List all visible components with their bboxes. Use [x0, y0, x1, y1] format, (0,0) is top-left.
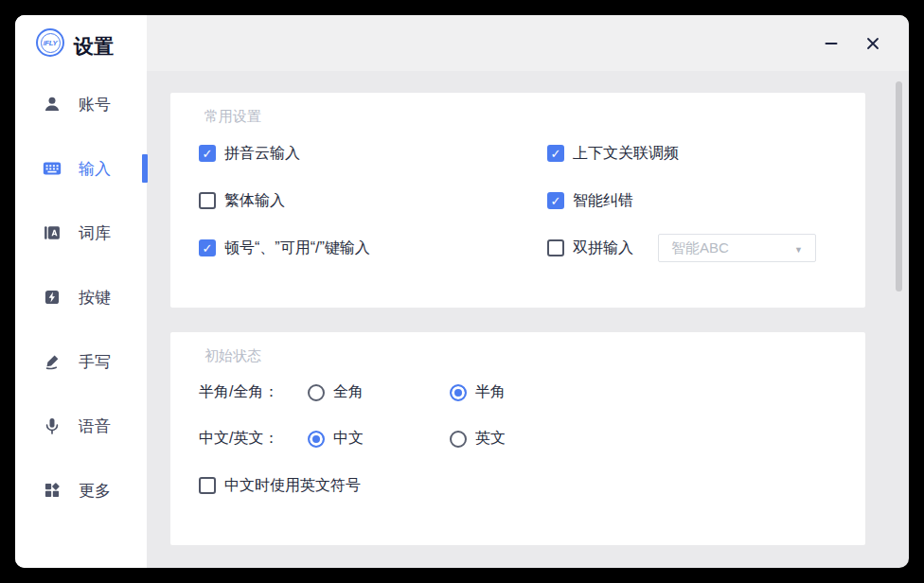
- checkbox[interactable]: [199, 477, 216, 494]
- shuangpin-scheme-select[interactable]: 智能ABC: [658, 234, 816, 262]
- sidebar-item-lexicon[interactable]: 词库: [15, 201, 147, 265]
- option-pinyin-cloud: 拼音云输入: [199, 130, 547, 177]
- option-traditional-input: 繁体输入: [199, 177, 547, 224]
- content-area: 常用设置 拼音云输入 上下文关联调频 繁体输入 智能纠错: [147, 71, 909, 568]
- handwriting-icon: [42, 351, 62, 372]
- row-label-halfwidth-fullwidth: 半角/全角：: [199, 369, 308, 415]
- settings-window: iFLY 设置 账号 输入 词库: [15, 15, 909, 568]
- radio-label: 全角: [333, 382, 364, 402]
- sidebar-item-label: 语音: [79, 415, 111, 437]
- sidebar-item-label: 账号: [79, 94, 111, 115]
- option-label: 拼音云输入: [224, 144, 300, 164]
- scrollbar-thumb[interactable]: [896, 81, 902, 292]
- section-title-common: 常用设置: [170, 93, 865, 126]
- option-label: 智能纠错: [573, 191, 633, 211]
- radio-button[interactable]: [450, 384, 467, 401]
- option-smart-correction: 智能纠错: [547, 177, 865, 224]
- radio-button[interactable]: [450, 431, 467, 448]
- minimize-button[interactable]: [824, 36, 839, 51]
- option-label: 双拼输入: [573, 238, 633, 258]
- ifly-logo-icon: iFLY: [36, 28, 64, 57]
- sidebar-nav: 账号 输入 词库 按键: [15, 72, 147, 522]
- lexicon-icon: [42, 222, 62, 243]
- option-dunhao-slash-key: 顿号“、”可用“/”键输入: [199, 224, 547, 272]
- checkbox[interactable]: [199, 145, 216, 162]
- section-title-initial: 初始状态: [170, 332, 865, 365]
- initial-state-card: 初始状态 半角/全角： 全角 半角 中文/英文： 中文 英文: [170, 332, 865, 545]
- checkbox[interactable]: [199, 192, 216, 209]
- titlebar: [15, 15, 909, 71]
- checkbox[interactable]: [547, 145, 564, 162]
- option-label: 中文时使用英文符号: [224, 476, 361, 496]
- logo-text: iFLY: [41, 33, 61, 53]
- user-icon: [42, 94, 62, 115]
- voice-icon: [42, 415, 62, 436]
- sidebar-item-more[interactable]: 更多: [15, 458, 147, 522]
- common-settings-options: 拼音云输入 上下文关联调频 繁体输入 智能纠错 顿号“、”可用“/”键输入: [170, 130, 865, 272]
- active-indicator: [142, 154, 148, 183]
- keypress-icon: [42, 287, 62, 308]
- radio-button[interactable]: [308, 431, 325, 448]
- radio-label: 英文: [475, 429, 506, 449]
- sidebar-item-account[interactable]: 账号: [15, 72, 147, 136]
- radio-option-halfwidth: 半角: [450, 369, 865, 415]
- option-english-punctuation-in-chinese: 中文时使用英文符号: [170, 462, 865, 509]
- minimize-icon: [824, 36, 839, 51]
- radio-label: 半角: [475, 382, 506, 402]
- radio-option-fullwidth: 全角: [308, 369, 450, 415]
- sidebar-item-label: 更多: [79, 480, 111, 502]
- option-label: 上下文关联调频: [573, 144, 679, 164]
- keyboard-icon: [42, 158, 62, 179]
- sidebar-item-label: 输入: [79, 158, 111, 180]
- shuangpin-scheme-value: 智能ABC: [671, 239, 729, 257]
- common-settings-card: 常用设置 拼音云输入 上下文关联调频 繁体输入 智能纠错: [170, 93, 865, 308]
- radio-label: 中文: [333, 429, 364, 449]
- sidebar-item-label: 按键: [79, 287, 111, 309]
- radio-option-english: 英文: [450, 415, 865, 462]
- chevron-down-icon: [794, 239, 803, 256]
- initial-state-rows: 半角/全角： 全角 半角 中文/英文： 中文 英文: [170, 369, 865, 462]
- radio-button[interactable]: [308, 384, 325, 401]
- more-icon: [42, 480, 62, 501]
- checkbox[interactable]: [547, 239, 564, 256]
- checkbox[interactable]: [199, 239, 216, 256]
- row-label-chinese-english: 中文/英文：: [199, 415, 308, 462]
- option-shuangpin-input: 双拼输入 智能ABC: [547, 224, 865, 272]
- sidebar-item-input[interactable]: 输入: [15, 136, 147, 201]
- option-label: 繁体输入: [224, 191, 285, 211]
- checkbox[interactable]: [547, 192, 564, 209]
- radio-option-chinese: 中文: [308, 415, 450, 462]
- sidebar-item-label: 词库: [79, 222, 111, 244]
- page-title: 设置: [74, 33, 114, 60]
- sidebar-item-voice[interactable]: 语音: [15, 394, 147, 458]
- close-button[interactable]: [865, 36, 880, 51]
- sidebar-item-keypress[interactable]: 按键: [15, 265, 147, 329]
- option-context-tuning: 上下文关联调频: [547, 130, 865, 177]
- sidebar-item-label: 手写: [79, 351, 111, 373]
- sidebar-item-handwriting[interactable]: 手写: [15, 329, 147, 394]
- close-icon: [865, 36, 880, 51]
- option-label: 顿号“、”可用“/”键输入: [224, 238, 370, 258]
- sidebar: iFLY 设置 账号 输入 词库: [15, 15, 147, 568]
